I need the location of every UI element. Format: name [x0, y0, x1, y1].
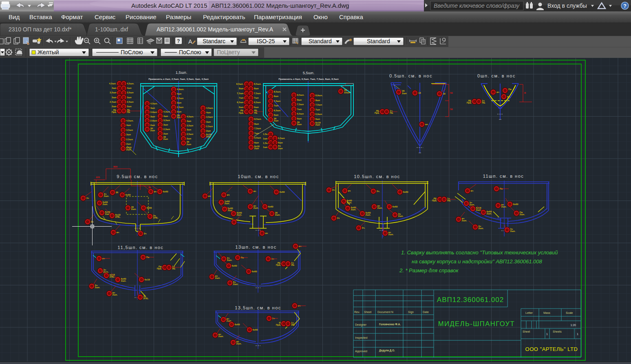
svg-text:Введите ключевое слово/фразу: Введите ключевое слово/фразу [434, 2, 520, 9]
svg-text:2ПБ.: 2ПБ. [143, 297, 149, 300]
svg-text:на сварку корпуса и надстр: на сварку корпуса и надстройки" АВП12.36… [412, 258, 542, 265]
svg-text:АВП12.360061.002 Мидель-шпанго: АВП12.360061.002 Мидель-шпангоут_Rev.A [157, 26, 274, 33]
svg-text:2,5шп: 2,5шп [127, 101, 134, 103]
svg-text:18: 18 [418, 92, 421, 94]
svg-text:ООО "АРТЕЛЬ" LTD: ООО "АРТЕЛЬ" LTD [525, 346, 578, 352]
svg-text:10.5шп. см. в нос: 10.5шп. см. в нос [354, 174, 400, 179]
svg-text:6шп: 6шп [254, 106, 259, 108]
svg-text:вч: вч [208, 195, 211, 197]
svg-text:2шп.: 2шп. [388, 233, 394, 236]
svg-text:2шп.: 2шп. [398, 215, 404, 217]
svg-text:2шп: 2шп [187, 137, 192, 140]
svg-text:ПрБ: ПрБ [276, 264, 281, 266]
svg-text:2. * Размер для справок: 2. * Размер для справок [399, 267, 459, 274]
svg-text:вч: вч [496, 91, 499, 93]
svg-text:1шп: 1шп [263, 137, 268, 140]
svg-text:8шп: 8шп [297, 99, 302, 101]
svg-text:Sheets: Sheets [553, 330, 562, 333]
svg-text:2шп: 2шп [274, 119, 279, 122]
svg-text:2шп.: 2шп. [476, 209, 482, 211]
svg-text:6,5шп: 6,5шп [297, 113, 304, 115]
svg-text:Standarc: Standarc [203, 38, 225, 44]
svg-text:8шп: 8шп [239, 87, 244, 90]
svg-text:1: 1 [577, 333, 578, 335]
svg-text:Approved: Approved [355, 350, 367, 353]
svg-text:Вставка: Вставка [29, 13, 52, 20]
svg-text:вч: вч [227, 194, 230, 196]
svg-text:Scale: Scale [566, 311, 573, 314]
svg-text:4,9шп.: 4,9шп. [177, 88, 184, 90]
svg-text:Размеры: Размеры [166, 13, 191, 20]
svg-text:ЛБ: ЛБ [291, 264, 294, 266]
svg-text:2шп.: 2шп. [113, 293, 118, 296]
svg-text:6х60: 6х60 [253, 329, 258, 331]
svg-text:3,5шп: 3,5шп [206, 116, 213, 118]
svg-text:4шп: 4шп [187, 120, 192, 122]
svg-text:ПрБ: ПрБ [432, 199, 437, 202]
svg-text:Справка: Справка [339, 13, 364, 20]
svg-text:6х60: 6х60 [513, 203, 518, 205]
svg-text:6шп: 6шп [297, 117, 302, 120]
svg-text:8шп: 8шп [254, 87, 259, 90]
svg-text:2шп.: 2шп. [227, 259, 233, 261]
svg-text:7шп: 7шп [254, 97, 259, 99]
svg-text:3шп: 3шп [112, 96, 117, 99]
svg-text:2шп.: 2шп. [366, 214, 371, 216]
svg-text:6х60: 6х60 [235, 323, 240, 326]
svg-text:2шп: 2шп [150, 129, 155, 132]
svg-text:6х60: 6х60 [232, 265, 237, 267]
svg-text:ISO-25: ISO-25 [257, 38, 275, 44]
svg-text:2шп: 2шп [126, 143, 131, 145]
svg-text:R: R [524, 92, 526, 94]
svg-text:7шп: 7шп [239, 97, 244, 99]
svg-text:4,3шп.: 4,3шп. [163, 110, 171, 113]
svg-text:Letter: Letter [525, 311, 533, 314]
svg-text:ЛБ: ЛБ [291, 324, 294, 326]
svg-text:7шп: 7шп [297, 108, 302, 110]
svg-text:2шп.: 2шп. [462, 219, 468, 222]
svg-text:7,5шп: 7,5шп [254, 127, 261, 130]
svg-text:Sheet: Sheet [523, 330, 530, 333]
svg-text:Рисование: Рисование [126, 13, 157, 20]
svg-text:9.5шп см. в нос: 9.5шп см. в нос [117, 174, 158, 179]
svg-text:6шп: 6шп [254, 141, 259, 144]
svg-text:13,5шп. см. в нос: 13,5шп. см. в нос [235, 305, 281, 310]
svg-text:Формат: Формат [61, 13, 83, 20]
svg-text:1. Сварку выполнять согла: 1. Сварку выполнять согласно "Типовых те… [401, 249, 558, 256]
svg-text:8шп: 8шп [254, 123, 259, 125]
svg-text:4,5шп.: 4,5шп. [127, 82, 134, 85]
svg-text:2шп.: 2шп. [275, 214, 281, 216]
svg-text:2шп.: 2шп. [479, 227, 484, 229]
svg-text:Пв: Пв [508, 88, 512, 90]
svg-text:8,5шп.: 8,5шп. [254, 118, 262, 120]
svg-text:4,5шп.: 4,5шп. [206, 107, 214, 109]
svg-text:4шп: 4шп [206, 111, 211, 114]
svg-text:4шп: 4шп [112, 87, 117, 89]
svg-text:2шп.: 2шп. [225, 202, 230, 205]
svg-text:2ЛБ.: 2ЛБ. [115, 216, 121, 218]
svg-text:4шп: 4шп [163, 115, 168, 117]
svg-text:6ч: 6ч [148, 186, 151, 189]
svg-text:36: 36 [116, 191, 119, 194]
svg-text:6,9шп: 6,9шп [316, 113, 322, 115]
svg-text:7,5шп: 7,5шп [316, 104, 322, 106]
svg-text:225: 225 [96, 176, 100, 179]
svg-text:50: 50 [450, 92, 453, 94]
svg-text:6х18: 6х18 [145, 278, 150, 281]
svg-text:Параметризация: Параметризация [254, 13, 302, 20]
svg-text:11,5шп. см. в нос: 11,5шп. см. в нос [118, 245, 164, 250]
svg-text:4,5шп.: 4,5шп. [150, 102, 158, 105]
svg-text:6х60: 6х60 [280, 191, 285, 193]
svg-text:2шп: 2шп [297, 123, 302, 126]
svg-text:7,5шп: 7,5шп [297, 103, 304, 106]
svg-text:ПБ: ПБ [390, 112, 393, 114]
svg-text:Окно: Окно [313, 13, 328, 20]
svg-text:6,5шп: 6,5шп [254, 101, 261, 104]
svg-text:2,5шп: 2,5шп [110, 101, 117, 103]
svg-text:2шп: 2шп [177, 110, 182, 113]
svg-text:4шп: 4шп [126, 124, 131, 126]
svg-text:ПоСлою: ПоСлою [179, 49, 201, 55]
svg-text:50: 50 [450, 108, 453, 110]
svg-text:вч: вч [254, 190, 256, 192]
svg-text:ПрБ: ПрБ [276, 324, 281, 326]
